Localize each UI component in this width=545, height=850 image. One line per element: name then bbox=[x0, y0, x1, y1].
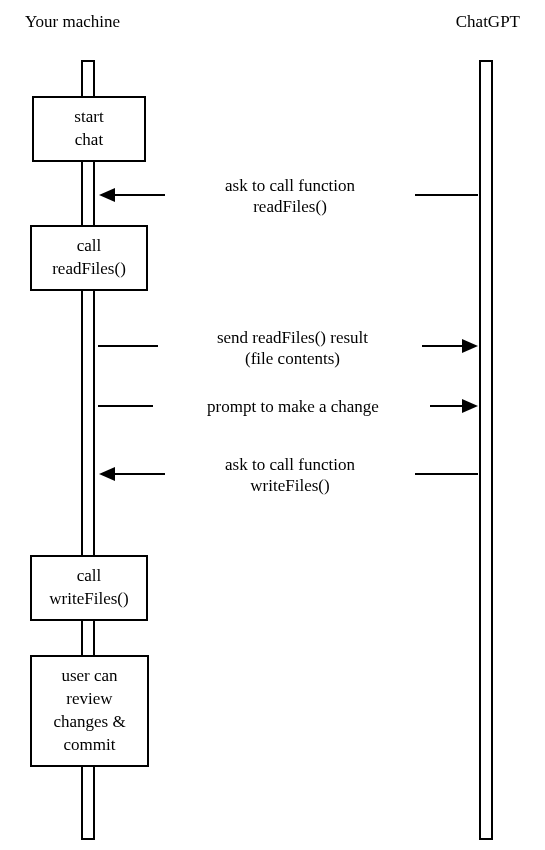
msg-line-ask-readfiles-left bbox=[115, 194, 165, 196]
msg-line-ask-readfiles-right bbox=[415, 194, 478, 196]
msg-text-send-result: send readFiles() result(file contents) bbox=[165, 327, 420, 370]
participant-right-label: ChatGPT bbox=[456, 12, 520, 32]
arrow-left-icon bbox=[99, 188, 115, 202]
msg-line-ask-writefiles-left bbox=[115, 473, 165, 475]
box-review-commit: user canreviewchanges &commit bbox=[30, 655, 149, 767]
arrow-left-icon bbox=[99, 467, 115, 481]
msg-line-ask-writefiles-right bbox=[415, 473, 478, 475]
msg-text-ask-readfiles: ask to call functionreadFiles() bbox=[170, 175, 410, 218]
msg-text-ask-writefiles: ask to call functionwriteFiles() bbox=[170, 454, 410, 497]
msg-line-send-result-right bbox=[422, 345, 462, 347]
box-call-readfiles: callreadFiles() bbox=[30, 225, 148, 291]
box-call-writefiles: callwriteFiles() bbox=[30, 555, 148, 621]
arrow-right-icon bbox=[462, 399, 478, 413]
arrow-right-icon bbox=[462, 339, 478, 353]
box-start-chat: startchat bbox=[32, 96, 146, 162]
msg-text-prompt-change: prompt to make a change bbox=[158, 396, 428, 417]
lifeline-chatgpt bbox=[479, 60, 493, 840]
participant-left-label: Your machine bbox=[25, 12, 120, 32]
msg-line-prompt-change-right bbox=[430, 405, 463, 407]
msg-line-send-result-left bbox=[98, 345, 158, 347]
msg-line-prompt-change-left bbox=[98, 405, 153, 407]
